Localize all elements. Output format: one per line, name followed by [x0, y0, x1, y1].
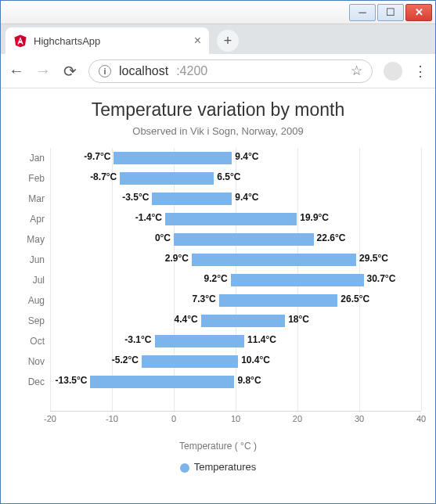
- bar-row: 0°C22.6°C: [50, 229, 421, 250]
- bar[interactable]: [201, 315, 285, 327]
- bar-low-label: -9.7°C: [84, 151, 110, 162]
- x-tick-label: 20: [293, 414, 302, 423]
- bar-high-label: 29.5°C: [359, 253, 388, 264]
- bar-row: 7.3°C26.5°C: [50, 290, 421, 311]
- y-tick-label: Mar: [15, 189, 45, 209]
- bar-row: -13.5°C9.8°C: [50, 372, 421, 392]
- back-button[interactable]: ←: [9, 62, 24, 80]
- bar-row: -8.7°C6.5°C: [50, 168, 421, 189]
- bar-low-label: -3.5°C: [122, 192, 149, 203]
- maximize-button[interactable]: ☐: [377, 4, 404, 21]
- bar-low-label: -13.5°C: [56, 375, 88, 386]
- plot-area: -9.7°C9.4°C-8.7°C6.5°C-3.5°C9.4°C-1.4°C1…: [49, 148, 421, 437]
- chart-subtitle: Observed in Vik i Sogn, Norway, 2009: [15, 125, 421, 137]
- bar-high-label: 6.5°C: [217, 171, 240, 182]
- url-host: localhost: [119, 64, 168, 78]
- window-titlebar: ─ ☐ ✕: [1, 1, 435, 24]
- bar[interactable]: [120, 172, 214, 185]
- tab-close-icon[interactable]: ×: [194, 34, 201, 48]
- x-tick-label: 0: [171, 414, 176, 423]
- x-tick-label: -10: [106, 414, 118, 423]
- bar-low-label: 2.9°C: [165, 253, 189, 264]
- bar-high-label: 10.4°C: [241, 355, 270, 365]
- x-axis: -20-10010203040: [50, 411, 421, 437]
- bar-low-label: 4.4°C: [175, 314, 198, 325]
- bar[interactable]: [152, 193, 232, 205]
- y-tick-label: Apr: [15, 209, 45, 229]
- bar-row: -5.2°C10.4°C: [50, 351, 421, 372]
- bar-high-label: 18°C: [288, 314, 309, 325]
- menu-icon[interactable]: ⋮: [413, 63, 427, 80]
- legend-swatch: [180, 463, 189, 473]
- address-bar[interactable]: i localhost:4200 ☆: [88, 59, 373, 83]
- x-tick-label: 30: [355, 414, 364, 423]
- y-tick-label: May: [15, 229, 45, 250]
- profile-avatar[interactable]: [384, 62, 402, 81]
- reload-button[interactable]: ⟳: [62, 62, 77, 81]
- page-content: Temperature variation by month Observed …: [1, 88, 435, 479]
- browser-tab[interactable]: HighchartsApp ×: [5, 27, 209, 54]
- bar-row: -1.4°C19.9°C: [50, 209, 421, 229]
- bar-low-label: 0°C: [155, 232, 171, 243]
- bar-low-label: -1.4°C: [135, 212, 162, 223]
- y-tick-label: Oct: [15, 331, 45, 351]
- bar-low-label: 7.3°C: [193, 293, 216, 304]
- bar[interactable]: [142, 355, 238, 368]
- chart: JanFebMarAprMayJunJulAugSepOctNovDec -9.…: [15, 148, 421, 437]
- minimize-button[interactable]: ─: [349, 4, 376, 21]
- bar-high-label: 9.8°C: [237, 375, 261, 386]
- new-tab-button[interactable]: +: [217, 30, 239, 52]
- forward-button[interactable]: →: [35, 62, 51, 80]
- y-tick-label: Dec: [15, 372, 45, 392]
- chart-title: Temperature variation by month: [15, 99, 421, 121]
- legend-label: Temperatures: [194, 461, 256, 473]
- bar-high-label: 30.7°C: [367, 273, 396, 284]
- y-tick-label: Jun: [15, 250, 45, 270]
- bar-low-label: -3.1°C: [124, 334, 151, 345]
- y-tick-label: Jan: [15, 148, 45, 168]
- bookmark-icon[interactable]: ☆: [351, 63, 362, 79]
- y-tick-label: Sep: [15, 311, 45, 331]
- bar-high-label: 9.4°C: [235, 192, 258, 203]
- x-axis-title: Temperature ( °C ): [15, 441, 421, 452]
- x-tick-label: -20: [44, 414, 56, 423]
- bar-row: -3.5°C9.4°C: [50, 189, 421, 209]
- legend[interactable]: Temperatures: [15, 461, 421, 473]
- bar-high-label: 26.5°C: [341, 293, 369, 304]
- bar-row: 2.9°C29.5°C: [50, 250, 421, 270]
- bar[interactable]: [90, 376, 234, 388]
- bar[interactable]: [114, 152, 232, 164]
- bar-low-label: -8.7°C: [90, 171, 117, 182]
- bar-low-label: -5.2°C: [112, 355, 139, 365]
- close-button[interactable]: ✕: [405, 4, 432, 21]
- url-port: :4200: [176, 64, 207, 78]
- bar[interactable]: [219, 294, 338, 307]
- bar-low-label: 9.2°C: [204, 273, 228, 284]
- bar-row: -3.1°C11.4°C: [50, 331, 421, 351]
- x-tick-label: 40: [416, 414, 426, 423]
- x-tick-label: 10: [231, 414, 240, 423]
- bar-high-label: 19.9°C: [300, 212, 329, 223]
- tab-title: HighchartsApp: [34, 35, 188, 47]
- bar-row: 9.2°C30.7°C: [50, 270, 421, 290]
- bar-high-label: 9.4°C: [235, 151, 258, 162]
- bar-row: 4.4°C18°C: [50, 311, 421, 331]
- bar-row: -9.7°C9.4°C: [50, 148, 421, 168]
- bar[interactable]: [231, 274, 364, 286]
- bar-high-label: 22.6°C: [317, 232, 346, 243]
- browser-tabstrip: HighchartsApp × +: [1, 24, 435, 54]
- browser-toolbar: ← → ⟳ i localhost:4200 ☆ ⋮: [1, 54, 435, 88]
- angular-icon: [13, 34, 27, 48]
- y-tick-label: Nov: [15, 351, 45, 372]
- bar-high-label: 11.4°C: [247, 334, 276, 345]
- site-info-icon[interactable]: i: [99, 65, 111, 77]
- bar[interactable]: [174, 233, 314, 246]
- bar[interactable]: [155, 335, 245, 347]
- y-axis-labels: JanFebMarAprMayJunJulAugSepOctNovDec: [15, 148, 49, 437]
- bar[interactable]: [192, 254, 356, 266]
- y-tick-label: Jul: [15, 270, 45, 290]
- bar[interactable]: [165, 213, 297, 225]
- y-tick-label: Feb: [15, 168, 45, 189]
- y-tick-label: Aug: [15, 290, 45, 311]
